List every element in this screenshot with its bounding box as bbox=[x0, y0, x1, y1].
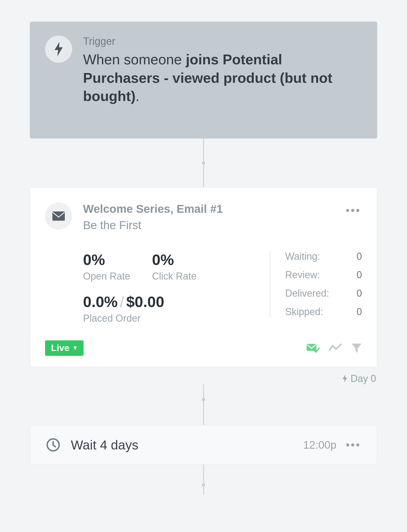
filter-icon[interactable] bbox=[351, 343, 362, 353]
more-menu-button[interactable]: ••• bbox=[345, 202, 362, 218]
wait-text: Wait 4 days bbox=[71, 438, 303, 452]
clock-icon bbox=[45, 437, 61, 453]
email-stats-left: 0% Open Rate 0% Click Rate 0.0%/$0.00 Pl… bbox=[83, 251, 270, 324]
wait-time: 12:00p bbox=[303, 439, 336, 451]
review-label: Review: bbox=[285, 269, 320, 281]
lightning-small-icon bbox=[342, 375, 348, 383]
status-dropdown[interactable]: Live ▼ bbox=[45, 340, 84, 356]
skipped-value: 0 bbox=[357, 306, 362, 318]
open-rate-label: Open Rate bbox=[83, 271, 130, 282]
waiting-value: 0 bbox=[357, 251, 362, 262]
envelope-icon bbox=[45, 202, 72, 230]
caret-down-icon: ▼ bbox=[72, 344, 78, 352]
waiting-label: Waiting: bbox=[285, 251, 320, 262]
delivered-value: 0 bbox=[357, 288, 362, 299]
email-title: Welcome Series, Email #1 bbox=[83, 202, 345, 216]
analytics-icon[interactable] bbox=[329, 344, 342, 353]
placed-order-label: Placed Order bbox=[83, 313, 259, 324]
placed-order-pct: 0.0% bbox=[83, 293, 118, 310]
trigger-label: Trigger bbox=[83, 36, 358, 47]
delivered-label: Delivered: bbox=[285, 288, 329, 299]
skipped-label: Skipped: bbox=[285, 306, 323, 318]
wait-card[interactable]: Wait 4 days 12:00p ••• bbox=[30, 425, 377, 465]
open-rate-value: 0% bbox=[83, 251, 130, 268]
day-indicator: Day 0 bbox=[30, 373, 376, 384]
placed-order-amount: $0.00 bbox=[126, 293, 164, 310]
connector bbox=[30, 384, 377, 425]
click-rate-stat: 0% Click Rate bbox=[152, 251, 196, 282]
svg-rect-0 bbox=[52, 211, 65, 221]
smart-send-icon[interactable] bbox=[306, 343, 320, 354]
add-step-dot[interactable] bbox=[202, 483, 205, 487]
status-label: Live bbox=[51, 343, 69, 353]
flow-container: Trigger When someone joins Potential Pur… bbox=[30, 22, 377, 495]
email-card[interactable]: Welcome Series, Email #1 Be the First ••… bbox=[30, 187, 377, 367]
click-rate-value: 0% bbox=[152, 251, 196, 268]
day-label-text: Day 0 bbox=[351, 373, 376, 384]
trigger-prefix: When someone bbox=[83, 52, 186, 67]
trigger-description: When someone joins Potential Purchasers … bbox=[83, 50, 358, 106]
wait-more-menu-button[interactable]: ••• bbox=[345, 437, 362, 453]
connector bbox=[30, 465, 377, 495]
email-counts: Waiting: 0 Review: 0 Delivered: 0 Skippe… bbox=[270, 251, 362, 318]
add-step-dot[interactable] bbox=[202, 398, 205, 401]
lightning-icon bbox=[45, 36, 72, 63]
click-rate-label: Click Rate bbox=[152, 271, 196, 282]
open-rate-stat: 0% Open Rate bbox=[83, 251, 130, 282]
trigger-card[interactable]: Trigger When someone joins Potential Pur… bbox=[30, 22, 377, 138]
placed-order-stat: 0.0%/$0.00 Placed Order bbox=[83, 293, 259, 324]
review-value: 0 bbox=[357, 269, 362, 281]
connector bbox=[30, 138, 377, 187]
trigger-suffix: . bbox=[135, 88, 139, 104]
email-subtitle: Be the First bbox=[83, 219, 345, 232]
add-step-dot[interactable] bbox=[202, 161, 205, 164]
